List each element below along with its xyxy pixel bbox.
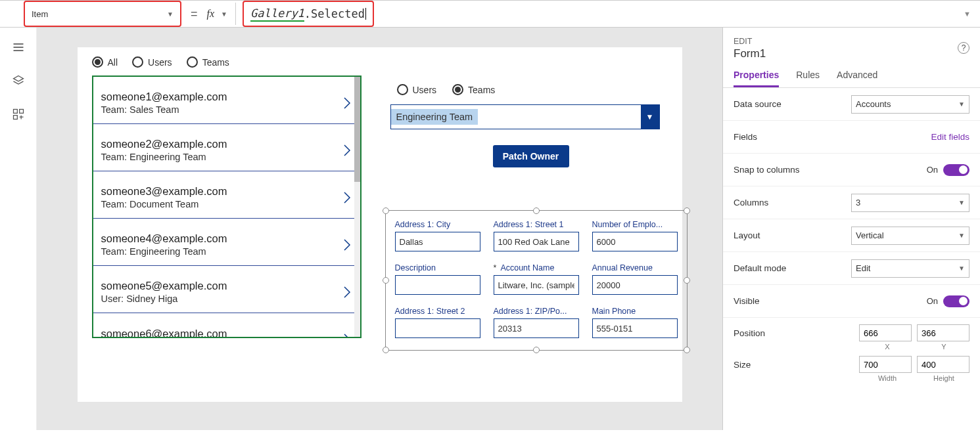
gallery-item[interactable]: someone3@example.comTeam: Document Team — [93, 171, 360, 219]
data-source-dropdown[interactable]: Accounts▼ — [851, 95, 969, 114]
gallery-item-sub: Team: Document Team — [101, 199, 227, 209]
gallery-item[interactable]: someone4@example.comTeam: Engineering Te… — [93, 219, 360, 266]
gallery-item[interactable]: someone1@example.comTeam: Sales Team — [93, 77, 360, 124]
apps-icon[interactable] — [12, 108, 25, 123]
tab-rules[interactable]: Rules — [796, 70, 820, 87]
gallery-item[interactable]: someone6@example.comUser: Delegated Admi… — [93, 313, 360, 338]
chevron-right-icon — [342, 237, 352, 253]
prop-label: Fields — [734, 132, 757, 142]
team-dropdown[interactable]: Engineering Team ▼ — [390, 104, 660, 129]
gallery-item[interactable]: someone5@example.comUser: Sidney Higa — [93, 266, 360, 313]
layout-dropdown[interactable]: Vertical▼ — [851, 227, 969, 245]
form-field: Main Phone — [592, 307, 678, 338]
field-input[interactable] — [494, 275, 579, 295]
field-input[interactable] — [395, 318, 480, 338]
scrollbar-thumb[interactable] — [354, 77, 360, 182]
selection-handle[interactable] — [533, 347, 540, 353]
hamburger-icon[interactable] — [12, 41, 25, 56]
snap-toggle[interactable] — [943, 164, 969, 176]
field-label: Address 1: Street 2 — [395, 307, 480, 316]
tab-advanced[interactable]: Advanced — [837, 70, 877, 87]
prop-label: Position — [734, 328, 765, 338]
caret — [365, 8, 366, 20]
sublabel: X — [862, 343, 913, 351]
default-mode-dropdown[interactable]: Edit▼ — [851, 259, 969, 278]
radio-teams[interactable]: Teams — [452, 84, 495, 95]
help-icon[interactable]: ? — [958, 42, 969, 54]
position-sublabels: XY — [862, 343, 980, 356]
sublabel: Height — [918, 374, 969, 382]
form-field: Number of Emplo... — [592, 220, 678, 251]
row-default-mode: Default mode Edit▼ — [723, 252, 980, 285]
edit-form[interactable]: Address 1: CityAddress 1: Street 1Number… — [385, 210, 688, 351]
row-position: Position — [723, 318, 980, 343]
gallery-item-sub: Team: Engineering Team — [101, 152, 227, 162]
radio-label: Teams — [202, 57, 229, 68]
svg-rect-5 — [19, 110, 23, 114]
field-input[interactable] — [592, 275, 678, 295]
form-field: Annual Revenue — [592, 263, 678, 295]
form-field: Address 1: Street 2 — [395, 307, 480, 338]
chevron-down-icon[interactable]: ▼ — [221, 11, 227, 18]
chevron-down-icon: ▼ — [167, 11, 174, 18]
chevron-down-icon: ▼ — [958, 265, 965, 272]
selection-handle[interactable] — [533, 207, 540, 214]
prop-label: Size — [734, 360, 751, 370]
row-layout: Layout Vertical▼ — [723, 219, 980, 252]
chevron-right-icon — [342, 332, 352, 338]
tab-properties[interactable]: Properties — [734, 70, 779, 87]
field-input[interactable] — [395, 232, 480, 251]
radio-label: Users — [413, 85, 437, 95]
selection-handle[interactable] — [684, 207, 690, 214]
radio-users[interactable]: Users — [397, 84, 437, 95]
property-dropdown[interactable]: Item ▼ — [24, 1, 181, 27]
field-label: Address 1: ZIP/Po... — [494, 307, 579, 316]
position-y-input[interactable] — [917, 324, 969, 341]
gallery-item[interactable]: someone2@example.comTeam: Engineering Te… — [93, 124, 360, 171]
radio-users[interactable]: Users — [132, 56, 172, 68]
fx-label: fx — [207, 8, 215, 20]
position-x-input[interactable] — [859, 324, 912, 341]
layers-icon[interactable] — [12, 74, 25, 89]
selection-handle[interactable] — [383, 207, 389, 214]
radio-all[interactable]: All — [92, 56, 118, 68]
chevron-down-icon[interactable]: ▼ — [964, 10, 971, 18]
field-input[interactable] — [395, 275, 480, 295]
app-canvas[interactable]: All Users Teams someone1@example.comTeam… — [78, 47, 682, 402]
left-rail — [0, 28, 37, 430]
radio-teams[interactable]: Teams — [187, 56, 229, 68]
right-panel: Users Teams Engineering Team ▼ Patch Own… — [386, 56, 676, 167]
chevron-down-icon: ▼ — [958, 100, 965, 108]
size-height-input[interactable] — [917, 356, 969, 373]
formula-input[interactable]: Gallery1.Selected — [243, 1, 374, 27]
dropdown-value: Accounts — [856, 99, 891, 109]
columns-dropdown[interactable]: 3▼ — [851, 194, 969, 212]
field-input[interactable] — [592, 318, 678, 338]
form-field: Address 1: ZIP/Po... — [494, 307, 579, 338]
selection-handle[interactable] — [684, 277, 690, 284]
gallery-item-email: someone4@example.com — [101, 232, 227, 245]
gallery[interactable]: someone1@example.comTeam: Sales Teamsome… — [92, 76, 362, 338]
field-input[interactable] — [494, 232, 579, 251]
size-width-input[interactable] — [859, 356, 912, 373]
gallery-item-sub: Team: Engineering Team — [101, 246, 227, 257]
property-name: Item — [32, 9, 48, 19]
field-label: Main Phone — [592, 307, 678, 316]
selection-handle[interactable] — [383, 277, 389, 284]
field-input[interactable] — [592, 232, 678, 251]
form-field: Description — [395, 263, 480, 295]
chevron-right-icon — [342, 284, 352, 300]
selection-handle[interactable] — [684, 347, 690, 353]
field-label: Annual Revenue — [592, 263, 678, 272]
gallery-item-email: someone2@example.com — [101, 138, 227, 150]
row-fields: Fields Edit fields — [723, 121, 980, 154]
field-input[interactable] — [494, 318, 579, 338]
selection-handle[interactable] — [383, 347, 389, 353]
gallery-item-email: someone1@example.com — [101, 91, 227, 103]
form-field: Account Name — [494, 263, 579, 295]
radio-label: Teams — [468, 85, 495, 95]
edit-fields-link[interactable]: Edit fields — [931, 132, 969, 142]
patch-owner-button[interactable]: Patch Owner — [493, 145, 569, 167]
chevron-right-icon — [342, 142, 352, 158]
visible-toggle[interactable] — [943, 295, 969, 307]
